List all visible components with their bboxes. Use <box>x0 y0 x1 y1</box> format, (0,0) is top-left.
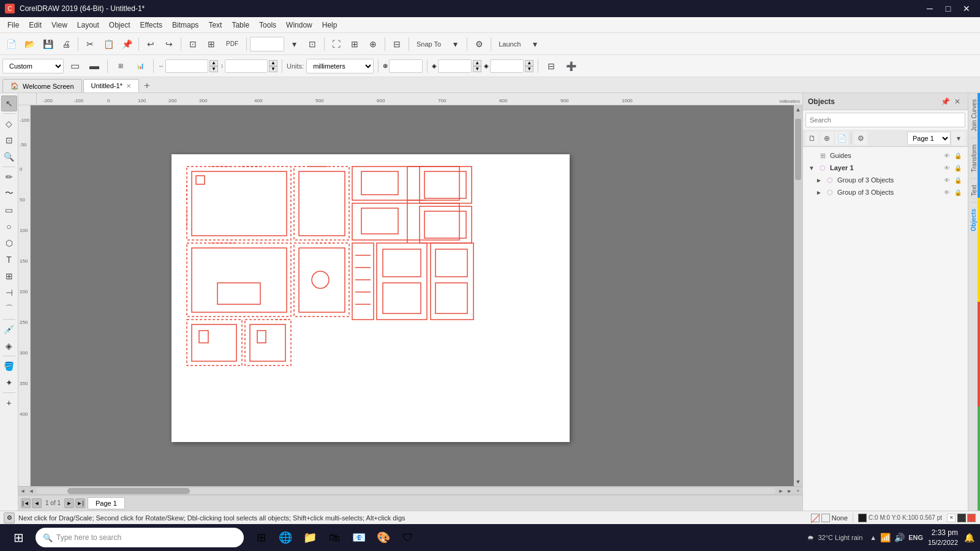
select-tool[interactable]: ↖ <box>1 96 17 111</box>
page-select-arrow[interactable]: ▾ <box>952 132 965 145</box>
menu-effects[interactable]: Effects <box>135 18 167 32</box>
options-button[interactable]: ⚙ <box>470 36 488 53</box>
taskbar-defender[interactable]: 🛡 <box>397 527 419 549</box>
hscroll-left2[interactable]: ◄ <box>27 487 36 495</box>
network-icon[interactable]: 📶 <box>880 533 891 542</box>
obj-new-page[interactable]: 📄 <box>835 132 848 145</box>
tab-welcome[interactable]: 🏠 Welcome Screen <box>2 79 82 92</box>
tab-add-button[interactable]: + <box>140 79 154 92</box>
snap-to-button[interactable]: Snap To <box>412 36 445 53</box>
horizontal-scrollbar[interactable]: ◄ ◄ ► ► + <box>18 486 802 495</box>
page-next[interactable]: ► <box>64 498 74 508</box>
sys-up-arrow[interactable]: ▲ <box>870 534 876 541</box>
zoom-dropdown[interactable]: ▾ <box>285 36 303 53</box>
menu-tools[interactable]: Tools <box>254 18 281 32</box>
page-stats-button[interactable]: 📊 <box>132 58 149 75</box>
undo-button[interactable]: ↩ <box>142 36 159 53</box>
taskbar-corel[interactable]: 🎨 <box>372 527 394 549</box>
obj-new-layer[interactable]: 🗋 <box>805 132 819 145</box>
panel-pin-button[interactable]: 📌 <box>940 96 951 107</box>
canvas-scroll[interactable]: ▲ ▼ <box>31 105 802 486</box>
group2-lock[interactable]: 🔒 <box>953 187 963 197</box>
height-input[interactable]: 457.0 mm <box>225 59 268 73</box>
export-pdf-button[interactable]: PDF <box>221 36 243 53</box>
page-prev[interactable]: ◄ <box>32 498 42 508</box>
obj-settings[interactable]: ⚙ <box>854 132 867 145</box>
width-input[interactable]: 813.0 mm <box>165 59 208 73</box>
pal-black[interactable] <box>957 514 966 522</box>
notification-button[interactable]: 🔔 <box>963 531 975 544</box>
copy-button[interactable]: 📋 <box>100 36 117 53</box>
panel-close-button[interactable]: ✕ <box>952 96 963 107</box>
menu-object[interactable]: Object <box>104 18 135 32</box>
cut-button[interactable]: ✂ <box>81 36 99 53</box>
vertical-scrollbar[interactable]: ▲ ▼ <box>794 105 802 486</box>
clock[interactable]: 2:33 pm 15/2/2022 <box>928 528 958 547</box>
group2-expand[interactable]: ► <box>815 189 823 196</box>
snap2-input[interactable]: 5.0 mm <box>490 59 524 73</box>
layer1-lock[interactable]: 🔒 <box>953 163 963 173</box>
ellipse-tool[interactable]: ○ <box>1 219 17 234</box>
hscroll-right[interactable]: ► <box>785 487 794 495</box>
tree-item-layer1[interactable]: ▼ ⬡ Layer 1 👁 🔒 <box>803 162 968 174</box>
tree-item-group2[interactable]: ► ⬡ Group of 3 Objects 👁 🔒 <box>803 186 968 198</box>
page-tab-1[interactable]: Page 1 <box>88 497 125 509</box>
snap1-input[interactable]: 5.0 mm <box>438 59 472 73</box>
layer1-eye[interactable]: 👁 <box>942 163 952 173</box>
close-button[interactable]: ✕ <box>958 2 975 15</box>
page-first[interactable]: |◄ <box>21 498 31 508</box>
redo-button[interactable]: ↪ <box>160 36 178 53</box>
snap2-down[interactable]: ▼ <box>525 66 533 72</box>
snap-dropdown[interactable]: ▾ <box>447 36 464 53</box>
hscroll-track[interactable] <box>37 488 775 494</box>
new-button[interactable]: 📄 <box>2 36 20 53</box>
menu-text[interactable]: Text <box>203 18 227 32</box>
menu-edit[interactable]: Edit <box>24 18 47 32</box>
menu-help[interactable]: Help <box>317 18 342 32</box>
page-select[interactable]: Page 1 <box>907 132 951 145</box>
menu-file[interactable]: File <box>2 18 24 32</box>
connector-tool[interactable]: ⌒ <box>1 301 17 317</box>
settings-gear[interactable]: ⚙ <box>4 512 15 523</box>
eyedropper-tool[interactable]: 💉 <box>1 321 17 337</box>
minimize-button[interactable]: ─ <box>921 2 938 15</box>
zoom-fit-button[interactable]: ⊡ <box>304 36 321 53</box>
zoom-input[interactable]: 23% <box>250 37 284 51</box>
transform-button[interactable]: ⊞ <box>203 36 220 53</box>
grid-button[interactable]: ⊞ <box>346 36 363 53</box>
hscroll-left[interactable]: ◄ <box>18 487 27 495</box>
vscroll-track[interactable] <box>794 114 802 478</box>
nudge-input[interactable]: 0.1 mm <box>389 59 423 73</box>
interactive-tool[interactable]: ◈ <box>1 338 17 354</box>
guides-lock[interactable]: 🔒 <box>953 151 963 160</box>
full-screen-button[interactable]: ⛶ <box>328 36 345 53</box>
align-button[interactable]: ⊟ <box>388 36 405 53</box>
launch-button[interactable]: Launch <box>494 36 525 53</box>
group1-lock[interactable]: 🔒 <box>953 175 963 185</box>
freehand-tool[interactable]: ✏ <box>1 169 17 185</box>
curve-tool[interactable]: 〜 <box>1 186 17 201</box>
group1-eye[interactable]: 👁 <box>942 175 952 185</box>
landscape-button[interactable]: ▬ <box>86 58 103 75</box>
obj-new-master[interactable]: ⊕ <box>820 132 834 145</box>
taskbar-search-bar[interactable]: 🔍 Type here to search <box>36 528 244 547</box>
menu-view[interactable]: View <box>47 18 72 32</box>
zoom-in-corner[interactable]: + <box>794 487 802 495</box>
pal-red[interactable] <box>967 514 976 522</box>
polygon-tool[interactable]: ⬡ <box>1 235 17 251</box>
snap2-up[interactable]: ▲ <box>525 60 533 66</box>
weather-icon[interactable]: 🌧 <box>807 534 814 541</box>
vscroll-down[interactable]: ▼ <box>794 478 802 486</box>
page-size-toggle[interactable]: ⊞ <box>112 58 129 75</box>
menu-window[interactable]: Window <box>281 18 317 32</box>
crop-tool[interactable]: ⊡ <box>1 132 17 148</box>
portrait-button[interactable]: ▭ <box>66 58 83 75</box>
width-up[interactable]: ▲ <box>209 60 218 66</box>
snap1-up[interactable]: ▲ <box>473 60 481 66</box>
print-button[interactable]: 🖨 <box>58 36 75 53</box>
taskbar-task-view[interactable]: ⊞ <box>250 527 272 549</box>
menu-bitmaps[interactable]: Bitmaps <box>167 18 203 32</box>
height-up[interactable]: ▲ <box>269 60 277 66</box>
units-select[interactable]: millimeters <box>306 59 374 73</box>
width-down[interactable]: ▼ <box>209 66 218 72</box>
